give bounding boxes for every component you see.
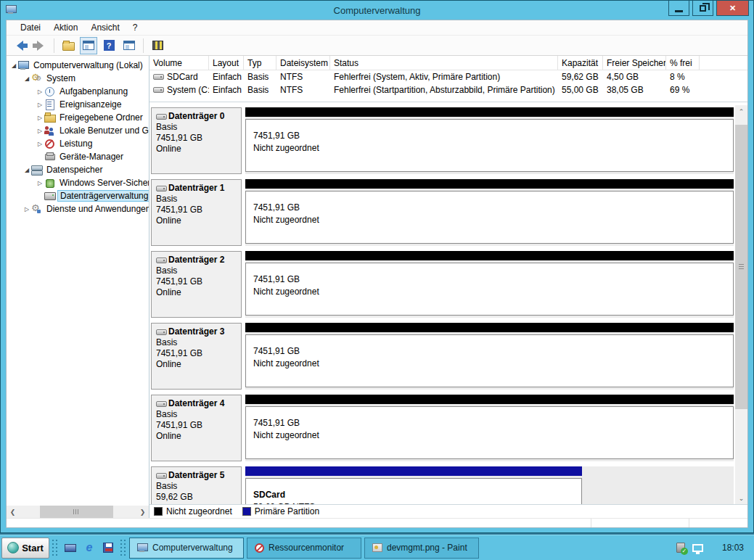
scroll-up-icon[interactable]: ⌃: [735, 105, 747, 118]
expander-icon[interactable]: ▷: [36, 115, 44, 121]
scroll-track[interactable]: [735, 118, 747, 492]
expander-icon[interactable]: ▷: [36, 180, 44, 186]
taskbar-window-button[interactable]: Computerverwaltung: [129, 538, 244, 559]
disk-partition-area[interactable]: SDCard 59,62 GB NTFS: [245, 466, 734, 504]
usb-eject-icon[interactable]: [676, 543, 685, 553]
scroll-down-icon[interactable]: ⌄: [735, 492, 747, 504]
column-header[interactable]: Volume: [149, 56, 209, 70]
console-tree-toggle-button[interactable]: [80, 37, 97, 54]
expander-icon[interactable]: ▷: [36, 141, 44, 147]
disk-header[interactable]: Datenträger 2 Basis 7451,91 GB Online: [151, 251, 242, 318]
tree-item-datentr-gerverwaltung[interactable]: Datenträgerverwaltung: [7, 189, 149, 202]
titlebar[interactable]: Computerverwaltung ✕: [1, 1, 753, 20]
disk-tool-button[interactable]: [149, 37, 166, 54]
tree-item-label: Freigegebene Ordner: [57, 112, 145, 123]
expander-icon[interactable]: ◢: [22, 167, 31, 173]
expander-icon[interactable]: ◢: [9, 62, 18, 69]
expander-icon[interactable]: ▷: [36, 102, 44, 108]
column-header[interactable]: Kapazität: [558, 56, 603, 70]
export-list-button[interactable]: [60, 37, 77, 54]
minimize-button[interactable]: [668, 1, 689, 16]
menu-item[interactable]: ?: [126, 21, 144, 34]
tree-item-dienste-und-anwendungen[interactable]: ▷ Dienste und Anwendungen: [7, 202, 149, 215]
internet-explorer-button[interactable]: e: [81, 540, 97, 556]
disk-header[interactable]: Datenträger 0 Basis 7451,91 GB Online: [151, 107, 242, 174]
menu-item[interactable]: Ansicht: [84, 21, 126, 34]
disk-vertical-scrollbar[interactable]: ⌃ ⌄: [735, 105, 747, 504]
disk-status: Online: [156, 431, 241, 442]
taskbar-button-icon: [255, 543, 264, 553]
disk-header[interactable]: Datenträger 3 Basis 7451,91 GB Online: [151, 323, 242, 390]
menu-item[interactable]: Datei: [14, 21, 47, 34]
partition-block[interactable]: 7451,91 GB Nicht zugeordnet: [245, 179, 734, 246]
disk-type: Basis: [156, 194, 241, 205]
column-header[interactable]: Typ: [244, 56, 276, 70]
scroll-left-icon[interactable]: ❮: [7, 506, 19, 518]
disk-partition-area[interactable]: 7451,91 GB Nicht zugeordnet: [245, 395, 734, 461]
tree-item-windows-server-sicheru[interactable]: ▷ Windows Server-Sicheru: [7, 176, 149, 189]
tree-horizontal-scrollbar[interactable]: ❮ ❯: [7, 506, 149, 518]
action-pane-toggle-button[interactable]: [120, 37, 138, 54]
taskbar-window-button[interactable]: devmgmt.png - Paint: [364, 538, 479, 559]
partition-line2: Nicht zugeordnet: [253, 286, 733, 298]
tree-item-leistung[interactable]: ▷ Leistung: [7, 137, 149, 150]
tree-item-ger-te-manager[interactable]: Geräte-Manager: [7, 150, 149, 163]
expander-icon[interactable]: ◢: [22, 75, 31, 82]
partition-block[interactable]: 7451,91 GB Nicht zugeordnet: [245, 251, 734, 318]
disk-partition-area[interactable]: 7451,91 GB Nicht zugeordnet: [245, 251, 734, 318]
file-manager-button[interactable]: [100, 540, 116, 556]
taskbar-window-button[interactable]: Ressourcenmonitor: [247, 538, 361, 559]
taskbar: Start e Computerverwaltung Ressourcenmon…: [0, 535, 754, 560]
expander-icon[interactable]: ▷: [22, 206, 31, 213]
details-panel: Volume Layout Typ Dateisystem Status Kap…: [149, 56, 747, 518]
restore-button[interactable]: [692, 1, 713, 16]
network-icon[interactable]: [692, 544, 703, 552]
column-header[interactable]: % frei: [666, 56, 700, 70]
disk-partition-area[interactable]: 7451,91 GB Nicht zugeordnet: [245, 179, 734, 246]
scroll-thumb[interactable]: [40, 506, 112, 518]
scroll-thumb[interactable]: [735, 125, 747, 409]
tree-item-datenspeicher[interactable]: ◢ Datenspeicher: [7, 163, 149, 176]
menu-item[interactable]: Aktion: [47, 21, 84, 34]
column-header[interactable]: Freier Speicher: [603, 56, 666, 70]
volume-row[interactable]: System (C:) Einfach Basis NTFS Fehlerfre…: [149, 83, 747, 96]
partition-block[interactable]: 7451,91 GB Nicht zugeordnet: [245, 323, 734, 390]
disk-header[interactable]: Datenträger 5 Basis 59,62 GB Online: [151, 466, 242, 504]
type-cell: Basis: [244, 83, 276, 96]
partition-block[interactable]: SDCard 59,62 GB NTFS: [245, 466, 582, 504]
help-button[interactable]: ?: [100, 37, 118, 54]
taskbar-clock[interactable]: 18:03: [722, 543, 744, 553]
taskbar-grip[interactable]: [52, 539, 59, 556]
tree-item-label: Windows Server-Sicheru: [57, 178, 149, 188]
taskbar-grip[interactable]: [120, 539, 127, 556]
forward-button[interactable]: [31, 37, 49, 54]
tree-item-system[interactable]: ◢ System: [7, 72, 149, 85]
disk-header[interactable]: Datenträger 4 Basis 7451,91 GB Online: [151, 395, 242, 461]
scroll-right-icon[interactable]: ❯: [136, 506, 149, 518]
back-button[interactable]: [11, 37, 28, 54]
tree-item-aufgabenplanung[interactable]: ▷ Aufgabenplanung: [7, 85, 149, 98]
disk-header[interactable]: Datenträger 1 Basis 7451,91 GB Online: [151, 179, 242, 246]
disk-partition-area[interactable]: 7451,91 GB Nicht zugeordnet: [245, 107, 734, 174]
status-cell: Fehlerfrei (Startpartition, Absturzabbil…: [330, 83, 558, 96]
tree-item-ereignisanzeige[interactable]: ▷ Ereignisanzeige: [7, 98, 149, 111]
partition-line1: 7451,91 GB: [253, 202, 733, 214]
close-button[interactable]: ✕: [716, 1, 749, 16]
disk-partition-area[interactable]: 7451,91 GB Nicht zugeordnet: [245, 323, 734, 390]
volume-row[interactable]: SDCard Einfach Basis NTFS Fehlerfrei (Sy…: [149, 70, 747, 83]
column-header[interactable]: Status: [330, 56, 558, 70]
tree-item-computerverwaltung-lokal-[interactable]: ◢ Computerverwaltung (Lokal): [7, 59, 149, 72]
taskbar-button-label: Ressourcenmonitor: [269, 543, 344, 553]
start-button[interactable]: Start: [1, 538, 49, 559]
partition-color-band: [245, 251, 734, 260]
expander-icon[interactable]: ▷: [36, 128, 44, 134]
scroll-track[interactable]: [19, 506, 136, 518]
expander-icon[interactable]: ▷: [36, 88, 44, 95]
tree-item-freigegebene-ordner[interactable]: ▷ Freigegebene Ordner: [7, 111, 149, 124]
partition-block[interactable]: 7451,91 GB Nicht zugeordnet: [245, 395, 734, 461]
show-desktop-button[interactable]: [62, 540, 78, 556]
column-header[interactable]: Dateisystem: [276, 56, 330, 70]
partition-block[interactable]: 7451,91 GB Nicht zugeordnet: [245, 107, 734, 174]
column-header[interactable]: Layout: [209, 56, 244, 70]
tree-item-lokale-benutzer-und-gru[interactable]: ▷ Lokale Benutzer und Gru: [7, 124, 149, 137]
